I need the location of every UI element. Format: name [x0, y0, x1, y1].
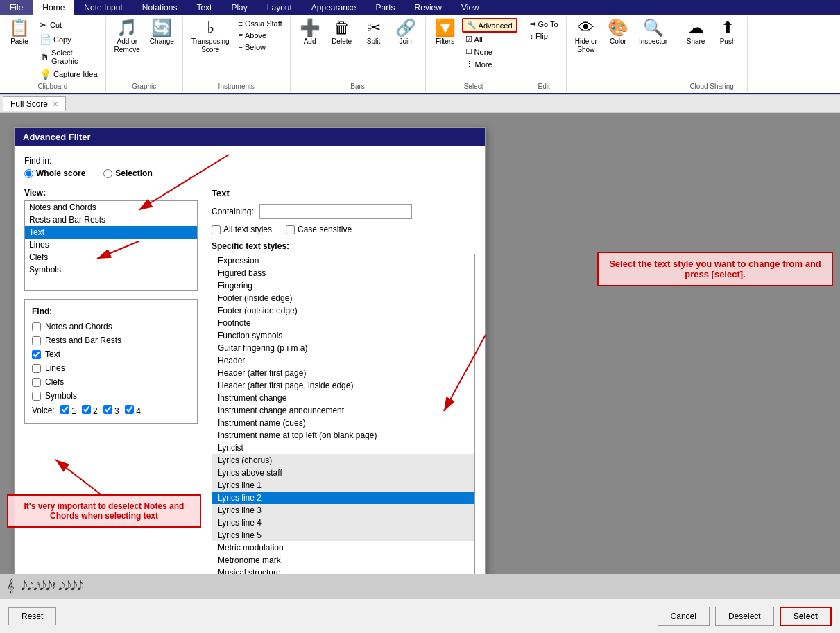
below-button[interactable]: ≡ Below	[235, 42, 286, 53]
tab-layout[interactable]: Layout	[257, 0, 302, 15]
reset-button[interactable]: Reset	[8, 607, 56, 625]
style-header-after-first[interactable]: Header (after first page)	[212, 367, 474, 379]
more-button[interactable]: ⋮ More	[462, 58, 517, 70]
whole-score-radio[interactable]	[24, 169, 33, 178]
add-button[interactable]: ➕ Add	[295, 18, 325, 47]
style-footer-outside[interactable]: Footer (outside edge)	[212, 304, 474, 317]
all-text-styles-checkbox[interactable]	[212, 225, 221, 234]
tab-parts[interactable]: Parts	[366, 0, 405, 15]
style-guitar-fingering[interactable]: Guitar fingering (p i m a)	[212, 342, 474, 354]
all-text-styles-label[interactable]: All text styles	[212, 225, 272, 234]
whole-score-radio-label[interactable]: Whole score	[24, 168, 85, 178]
add-remove-button[interactable]: 🎵 Add orRemove	[110, 18, 144, 55]
style-lyrics-line-1[interactable]: Lyrics line 1	[212, 479, 474, 492]
style-metronome-mark[interactable]: Metronome mark	[212, 554, 474, 566]
select-graphic-button[interactable]: 🖱 SelectGraphic	[36, 47, 101, 67]
style-lyrics-line-3[interactable]: Lyrics line 3	[212, 504, 474, 517]
style-lyrics-above[interactable]: Lyrics above staff	[212, 467, 474, 479]
selection-radio[interactable]	[103, 169, 112, 178]
style-instrument-change[interactable]: Instrument change	[212, 392, 474, 404]
case-sensitive-label[interactable]: Case sensitive	[286, 225, 352, 234]
style-lyrics-chorus[interactable]: Lyrics (chorus)	[212, 454, 474, 467]
delete-button[interactable]: 🗑 Delete	[327, 18, 357, 47]
voice-4-checkbox[interactable]	[125, 405, 134, 414]
style-lyrics-line-5[interactable]: Lyrics line 5	[212, 529, 474, 541]
tab-file[interactable]: File	[0, 0, 33, 15]
style-figured-bass[interactable]: Figured bass	[212, 267, 474, 279]
capture-idea-button[interactable]: 💡 Capture Idea	[36, 67, 101, 81]
find-notes-checkbox[interactable]	[32, 322, 41, 331]
split-button[interactable]: ✂ Split	[359, 18, 389, 47]
voice-3-label[interactable]: 3	[103, 405, 119, 416]
go-to-button[interactable]: ➡ Go To	[526, 18, 562, 30]
tab-review[interactable]: Review	[405, 0, 452, 15]
tab-note-input[interactable]: Note Input	[74, 0, 132, 15]
selection-radio-label[interactable]: Selection	[103, 168, 152, 178]
voice-3-checkbox[interactable]	[103, 405, 112, 414]
all-button[interactable]: ☑ All	[462, 33, 517, 45]
tab-view[interactable]: View	[452, 0, 489, 15]
find-text-checkbox[interactable]	[32, 350, 41, 359]
above-button[interactable]: ≡ Above	[235, 30, 286, 41]
find-rests-checkbox[interactable]	[32, 336, 41, 345]
full-score-tab[interactable]: Full Score ✕	[3, 96, 66, 111]
style-header[interactable]: Header	[212, 354, 474, 367]
style-metric-modulation[interactable]: Metric modulation	[212, 541, 474, 554]
style-function-symbols[interactable]: Function symbols	[212, 329, 474, 342]
style-header-after-first-inside[interactable]: Header (after first page, inside edge)	[212, 379, 474, 392]
voice-2-label[interactable]: 2	[82, 405, 98, 416]
tab-play[interactable]: Play	[221, 0, 257, 15]
view-item-clefs[interactable]: Clefs	[25, 251, 197, 263]
push-button[interactable]: ⬆ Push	[712, 18, 743, 47]
containing-input[interactable]	[259, 204, 412, 219]
style-lyrics-line-2[interactable]: Lyrics line 2	[212, 492, 474, 504]
filters-button[interactable]: 🔽 Filters	[430, 18, 461, 47]
style-footnote[interactable]: Footnote	[212, 317, 474, 329]
paste-button[interactable]: 📋 Paste	[4, 18, 35, 47]
view-item-rests[interactable]: Rests and Bar Rests	[25, 214, 197, 226]
copy-button[interactable]: 📄 Copy	[36, 33, 101, 46]
view-item-text[interactable]: Text	[25, 226, 197, 239]
view-list[interactable]: Notes and Chords Rests and Bar Rests Tex…	[24, 200, 198, 291]
flip-button[interactable]: ↕ Flip	[526, 31, 562, 42]
inspector-button[interactable]: 🔍 Inspector	[635, 18, 671, 47]
color-button[interactable]: 🎨 Color	[603, 18, 633, 47]
style-footer-inside[interactable]: Footer (inside edge)	[212, 292, 474, 304]
transposing-score-button[interactable]: ♭ TransposingScore	[187, 18, 234, 55]
share-button[interactable]: ☁ Share	[680, 18, 711, 47]
voice-4-label[interactable]: 4	[125, 405, 141, 416]
hide-show-button[interactable]: 👁 Hide orShow	[571, 18, 601, 55]
view-item-lines[interactable]: Lines	[25, 239, 197, 251]
change-button[interactable]: 🔄 Change	[146, 18, 178, 47]
deselect-button[interactable]: Deselect	[715, 607, 774, 626]
style-expression[interactable]: Expression	[212, 254, 474, 267]
style-lyricist[interactable]: Lyricist	[212, 442, 474, 454]
style-instrument-name-top[interactable]: Instrument name at top left (on blank pa…	[212, 429, 474, 442]
voice-2-checkbox[interactable]	[82, 405, 91, 414]
view-item-symbols[interactable]: Symbols	[25, 263, 197, 276]
case-sensitive-checkbox[interactable]	[286, 225, 295, 234]
view-item-notes[interactable]: Notes and Chords	[25, 201, 197, 214]
close-tab-icon[interactable]: ✕	[52, 100, 58, 109]
tab-appearance[interactable]: Appearance	[302, 0, 366, 15]
voice-1-checkbox[interactable]	[60, 405, 69, 414]
none-button[interactable]: ☐ None	[462, 46, 517, 58]
join-button[interactable]: 🔗 Join	[391, 18, 421, 47]
find-lines-checkbox[interactable]	[32, 364, 41, 373]
style-lyrics-line-4[interactable]: Lyrics line 4	[212, 517, 474, 529]
style-instrument-name-cues[interactable]: Instrument name (cues)	[212, 417, 474, 429]
tab-notations[interactable]: Notations	[132, 0, 187, 15]
find-symbols-checkbox[interactable]	[32, 392, 41, 401]
select-button[interactable]: Select	[780, 607, 832, 626]
style-fingering[interactable]: Fingering	[212, 279, 474, 292]
tab-text[interactable]: Text	[187, 0, 221, 15]
find-clefs-checkbox[interactable]	[32, 378, 41, 387]
ossia-staff-button[interactable]: ≡ Ossia Staff	[235, 18, 286, 29]
cancel-button[interactable]: Cancel	[658, 607, 710, 626]
style-instrument-change-announce[interactable]: Instrument change announcement	[212, 404, 474, 417]
tab-home[interactable]: Home	[33, 0, 74, 15]
voice-1-label[interactable]: 1	[60, 405, 76, 416]
styles-list[interactable]: Expression Figured bass Fingering Footer…	[212, 254, 475, 587]
cut-button[interactable]: ✂ Cut	[36, 18, 101, 32]
advanced-button[interactable]: 🔧 Advanced	[462, 18, 517, 33]
